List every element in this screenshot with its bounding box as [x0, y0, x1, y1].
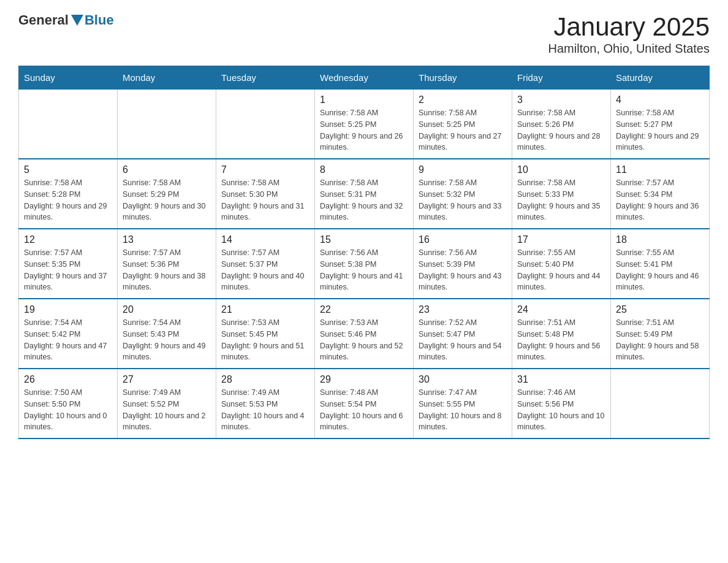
logo-general-text: General — [18, 12, 69, 28]
day-info: Sunrise: 7:57 AMSunset: 5:36 PMDaylight:… — [123, 247, 211, 293]
day-info: Sunrise: 7:57 AMSunset: 5:34 PMDaylight:… — [616, 177, 704, 223]
calendar-cell: 22Sunrise: 7:53 AMSunset: 5:46 PMDayligh… — [315, 299, 414, 369]
day-number: 5 — [24, 164, 112, 175]
calendar-cell: 28Sunrise: 7:49 AMSunset: 5:53 PMDayligh… — [216, 369, 315, 439]
day-number: 12 — [24, 234, 112, 245]
calendar-cell: 10Sunrise: 7:58 AMSunset: 5:33 PMDayligh… — [512, 159, 611, 229]
calendar-cell: 19Sunrise: 7:54 AMSunset: 5:42 PMDayligh… — [19, 299, 118, 369]
calendar-cell: 12Sunrise: 7:57 AMSunset: 5:35 PMDayligh… — [19, 229, 118, 299]
title-section: January 2025 Hamilton, Ohio, United Stat… — [548, 12, 710, 56]
subtitle: Hamilton, Ohio, United States — [548, 42, 710, 56]
day-info: Sunrise: 7:56 AMSunset: 5:39 PMDaylight:… — [419, 247, 507, 293]
day-info: Sunrise: 7:46 AMSunset: 5:56 PMDaylight:… — [517, 387, 605, 433]
day-number: 20 — [123, 304, 211, 315]
day-info: Sunrise: 7:49 AMSunset: 5:53 PMDaylight:… — [221, 387, 309, 433]
day-number: 18 — [616, 234, 704, 245]
day-number: 23 — [419, 304, 507, 315]
page-header: General Blue January 2025 Hamilton, Ohio… — [18, 12, 710, 56]
day-info: Sunrise: 7:55 AMSunset: 5:40 PMDaylight:… — [517, 247, 605, 293]
calendar-cell: 7Sunrise: 7:58 AMSunset: 5:30 PMDaylight… — [216, 159, 315, 229]
logo-triangle-icon — [71, 15, 83, 26]
day-info: Sunrise: 7:57 AMSunset: 5:35 PMDaylight:… — [24, 247, 112, 293]
day-number: 28 — [221, 374, 309, 385]
calendar-cell — [611, 369, 710, 439]
calendar-week-row: 19Sunrise: 7:54 AMSunset: 5:42 PMDayligh… — [19, 299, 710, 369]
calendar-cell: 11Sunrise: 7:57 AMSunset: 5:34 PMDayligh… — [611, 159, 710, 229]
day-number: 9 — [419, 164, 507, 175]
day-number: 11 — [616, 164, 704, 175]
day-info: Sunrise: 7:52 AMSunset: 5:47 PMDaylight:… — [419, 317, 507, 363]
day-number: 7 — [221, 164, 309, 175]
calendar-cell: 18Sunrise: 7:55 AMSunset: 5:41 PMDayligh… — [611, 229, 710, 299]
day-number: 19 — [24, 304, 112, 315]
day-info: Sunrise: 7:50 AMSunset: 5:50 PMDaylight:… — [24, 387, 112, 433]
day-info: Sunrise: 7:58 AMSunset: 5:31 PMDaylight:… — [320, 177, 408, 223]
day-number: 1 — [320, 94, 408, 105]
calendar-cell — [216, 90, 315, 159]
day-info: Sunrise: 7:58 AMSunset: 5:32 PMDaylight:… — [419, 177, 507, 223]
calendar-cell: 2Sunrise: 7:58 AMSunset: 5:25 PMDaylight… — [414, 90, 512, 159]
header-thursday: Thursday — [414, 66, 512, 90]
calendar-cell: 13Sunrise: 7:57 AMSunset: 5:36 PMDayligh… — [118, 229, 216, 299]
day-number: 21 — [221, 304, 309, 315]
day-number: 2 — [419, 94, 507, 105]
calendar-cell: 25Sunrise: 7:51 AMSunset: 5:49 PMDayligh… — [611, 299, 710, 369]
day-number: 4 — [616, 94, 704, 105]
day-info: Sunrise: 7:53 AMSunset: 5:46 PMDaylight:… — [320, 317, 408, 363]
day-info: Sunrise: 7:56 AMSunset: 5:38 PMDaylight:… — [320, 247, 408, 293]
calendar-week-row: 26Sunrise: 7:50 AMSunset: 5:50 PMDayligh… — [19, 369, 710, 439]
calendar-cell: 6Sunrise: 7:58 AMSunset: 5:29 PMDaylight… — [118, 159, 216, 229]
header-tuesday: Tuesday — [216, 66, 315, 90]
calendar-week-row: 5Sunrise: 7:58 AMSunset: 5:28 PMDaylight… — [19, 159, 710, 229]
header-saturday: Saturday — [611, 66, 710, 90]
logo: General Blue — [18, 12, 114, 28]
calendar-cell: 30Sunrise: 7:47 AMSunset: 5:55 PMDayligh… — [414, 369, 512, 439]
day-info: Sunrise: 7:58 AMSunset: 5:25 PMDaylight:… — [320, 107, 408, 153]
calendar-cell: 5Sunrise: 7:58 AMSunset: 5:28 PMDaylight… — [19, 159, 118, 229]
calendar-cell: 26Sunrise: 7:50 AMSunset: 5:50 PMDayligh… — [19, 369, 118, 439]
day-info: Sunrise: 7:54 AMSunset: 5:43 PMDaylight:… — [123, 317, 211, 363]
day-info: Sunrise: 7:49 AMSunset: 5:52 PMDaylight:… — [123, 387, 211, 433]
day-number: 13 — [123, 234, 211, 245]
day-number: 14 — [221, 234, 309, 245]
day-number: 27 — [123, 374, 211, 385]
day-number: 15 — [320, 234, 408, 245]
calendar-cell: 16Sunrise: 7:56 AMSunset: 5:39 PMDayligh… — [414, 229, 512, 299]
day-info: Sunrise: 7:54 AMSunset: 5:42 PMDaylight:… — [24, 317, 112, 363]
day-info: Sunrise: 7:58 AMSunset: 5:27 PMDaylight:… — [616, 107, 704, 153]
main-title: January 2025 — [548, 12, 710, 42]
day-info: Sunrise: 7:48 AMSunset: 5:54 PMDaylight:… — [320, 387, 408, 433]
day-info: Sunrise: 7:51 AMSunset: 5:49 PMDaylight:… — [616, 317, 704, 363]
day-info: Sunrise: 7:58 AMSunset: 5:30 PMDaylight:… — [221, 177, 309, 223]
day-info: Sunrise: 7:47 AMSunset: 5:55 PMDaylight:… — [419, 387, 507, 433]
day-number: 8 — [320, 164, 408, 175]
calendar-cell: 15Sunrise: 7:56 AMSunset: 5:38 PMDayligh… — [315, 229, 414, 299]
header-friday: Friday — [512, 66, 611, 90]
calendar-cell: 24Sunrise: 7:51 AMSunset: 5:48 PMDayligh… — [512, 299, 611, 369]
day-number: 29 — [320, 374, 408, 385]
calendar-cell: 23Sunrise: 7:52 AMSunset: 5:47 PMDayligh… — [414, 299, 512, 369]
day-info: Sunrise: 7:55 AMSunset: 5:41 PMDaylight:… — [616, 247, 704, 293]
calendar-cell: 9Sunrise: 7:58 AMSunset: 5:32 PMDaylight… — [414, 159, 512, 229]
day-number: 16 — [419, 234, 507, 245]
day-number: 22 — [320, 304, 408, 315]
day-info: Sunrise: 7:53 AMSunset: 5:45 PMDaylight:… — [221, 317, 309, 363]
calendar-cell — [118, 90, 216, 159]
logo-blue-text: Blue — [85, 12, 114, 28]
day-number: 25 — [616, 304, 704, 315]
calendar-cell: 31Sunrise: 7:46 AMSunset: 5:56 PMDayligh… — [512, 369, 611, 439]
day-number: 24 — [517, 304, 605, 315]
day-number: 6 — [123, 164, 211, 175]
day-number: 17 — [517, 234, 605, 245]
calendar-table: SundayMondayTuesdayWednesdayThursdayFrid… — [18, 66, 710, 439]
day-info: Sunrise: 7:58 AMSunset: 5:29 PMDaylight:… — [123, 177, 211, 223]
day-number: 26 — [24, 374, 112, 385]
day-number: 30 — [419, 374, 507, 385]
day-info: Sunrise: 7:58 AMSunset: 5:28 PMDaylight:… — [24, 177, 112, 223]
day-number: 31 — [517, 374, 605, 385]
day-info: Sunrise: 7:51 AMSunset: 5:48 PMDaylight:… — [517, 317, 605, 363]
calendar-cell: 4Sunrise: 7:58 AMSunset: 5:27 PMDaylight… — [611, 90, 710, 159]
day-info: Sunrise: 7:58 AMSunset: 5:25 PMDaylight:… — [419, 107, 507, 153]
calendar-cell: 14Sunrise: 7:57 AMSunset: 5:37 PMDayligh… — [216, 229, 315, 299]
calendar-cell — [19, 90, 118, 159]
